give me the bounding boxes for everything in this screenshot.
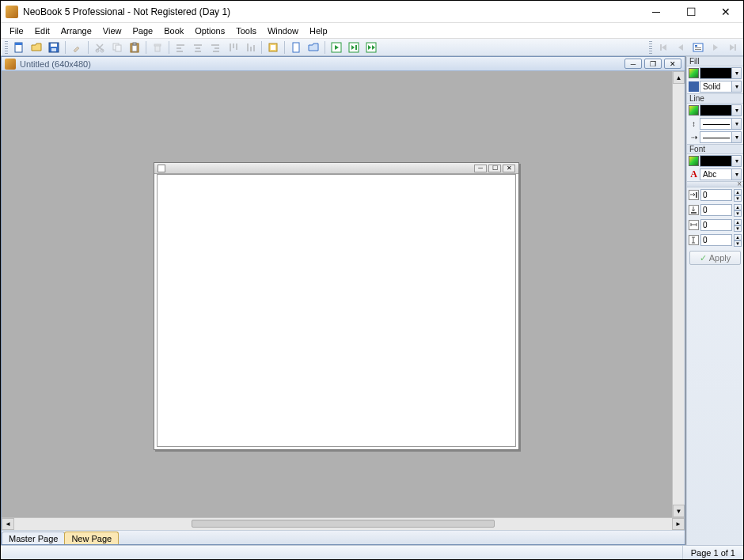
line-end-combo[interactable]: ▾: [700, 131, 742, 143]
menu-arrange[interactable]: Arrange: [55, 25, 97, 37]
run-icon[interactable]: [328, 40, 344, 55]
nav-next-icon: [708, 40, 723, 55]
page-open-icon[interactable]: [306, 40, 321, 55]
menu-page[interactable]: Page: [127, 25, 159, 37]
scroll-up-icon[interactable]: ▲: [673, 71, 685, 84]
run-page-icon[interactable]: [346, 40, 362, 55]
page-preview-body[interactable]: [157, 174, 516, 447]
scroll-left-icon[interactable]: ◄: [2, 518, 14, 530]
fill-color-swatch[interactable]: [689, 68, 699, 78]
work-area: Untitled (640x480) ─ ❐ ✕ ─ ☐: [1, 56, 686, 545]
document-icon: [5, 59, 16, 70]
horizontal-scrollbar[interactable]: ◄ ►: [2, 517, 685, 530]
font-color-swatch[interactable]: [689, 156, 699, 166]
apply-button[interactable]: ✓Apply: [689, 251, 741, 265]
svg-rect-30: [271, 45, 275, 50]
svg-rect-16: [177, 51, 183, 52]
svg-rect-10: [132, 45, 137, 51]
vertical-scrollbar[interactable]: ▲ ▼: [672, 71, 685, 517]
brush-icon: [69, 40, 85, 55]
pos-x-spinner[interactable]: ▲▼: [734, 189, 742, 201]
close-button[interactable]: ✕: [708, 1, 743, 22]
line-color-swatch[interactable]: [689, 105, 699, 115]
pos-x-icon: [689, 190, 699, 200]
height-spinner[interactable]: ▲▼: [734, 234, 742, 246]
pos-y-input[interactable]: 0: [700, 204, 732, 216]
svg-rect-20: [211, 44, 219, 46]
svg-rect-41: [735, 44, 736, 51]
menu-edit[interactable]: Edit: [29, 25, 55, 37]
tab-new-page[interactable]: New Page: [64, 532, 119, 544]
svg-rect-18: [195, 47, 200, 49]
menu-window[interactable]: Window: [262, 25, 304, 37]
status-bar: Page 1 of 1: [1, 545, 743, 559]
svg-rect-38: [695, 45, 697, 47]
menu-bar: File Edit Arrange View Page Book Options…: [1, 23, 743, 39]
height-input[interactable]: 0: [700, 234, 732, 246]
svg-rect-36: [660, 44, 662, 51]
align-right-icon: [207, 40, 223, 55]
open-icon[interactable]: [28, 40, 44, 55]
fill-color-combo[interactable]: ▾: [700, 67, 742, 79]
page-preview-window[interactable]: ─ ☐ ✕: [154, 162, 519, 450]
app-icon: [6, 6, 18, 18]
canvas[interactable]: ─ ☐ ✕ ▲ ▼: [2, 71, 685, 517]
menu-options[interactable]: Options: [189, 25, 230, 37]
nav-goto-icon[interactable]: [690, 40, 706, 55]
svg-rect-14: [177, 44, 184, 46]
book-props-icon[interactable]: [265, 40, 281, 55]
font-combo[interactable]: Abc▾: [700, 168, 742, 180]
line-color-combo[interactable]: ▾: [700, 104, 742, 116]
fill-header: Fill: [687, 56, 743, 66]
menu-tools[interactable]: Tools: [230, 25, 262, 37]
tab-master-page[interactable]: Master Page: [2, 532, 65, 544]
side-panel: Fill ▾ Solid▾ Line ▾ ↕ ▾ ⇢ ▾ Font: [686, 56, 743, 545]
scroll-down-icon[interactable]: ▼: [673, 505, 685, 517]
run-from-icon[interactable]: [363, 40, 379, 55]
paste-icon[interactable]: [127, 40, 142, 55]
line-header: Line: [687, 93, 743, 104]
menu-help[interactable]: Help: [304, 25, 333, 37]
scroll-track[interactable]: [14, 518, 672, 530]
font-sample: Abc: [703, 170, 716, 179]
scroll-right-icon[interactable]: ►: [672, 518, 685, 530]
svg-rect-27: [250, 47, 252, 51]
nav-grip[interactable]: [649, 41, 652, 54]
menu-view[interactable]: View: [97, 25, 127, 37]
font-color-combo[interactable]: ▾: [700, 155, 742, 167]
new-icon[interactable]: [11, 40, 27, 55]
doc-minimize-button[interactable]: ─: [624, 59, 642, 69]
svg-rect-3: [51, 44, 57, 47]
app-window: NeoBook 5 Professional - Not Registered …: [0, 0, 744, 560]
svg-rect-43: [691, 212, 697, 214]
nav-first-icon: [655, 40, 671, 55]
page-preview-max[interactable]: ☐: [488, 165, 501, 172]
doc-close-button[interactable]: ✕: [664, 59, 681, 69]
page-preview-min[interactable]: ─: [474, 165, 487, 172]
document-header: Untitled (640x480) ─ ❐ ✕: [2, 57, 685, 71]
width-input[interactable]: 0: [700, 219, 732, 231]
menu-file[interactable]: File: [4, 25, 29, 37]
minimize-button[interactable]: ─: [639, 1, 674, 22]
page-preview-close[interactable]: ✕: [503, 165, 515, 172]
save-icon[interactable]: [46, 40, 62, 55]
svg-rect-42: [696, 192, 697, 198]
svg-rect-21: [214, 47, 219, 49]
fill-style-combo[interactable]: Solid▾: [700, 81, 742, 93]
width-spinner[interactable]: ▲▼: [734, 219, 742, 231]
panel-separator[interactable]: [687, 181, 743, 187]
pos-x-input[interactable]: 0: [700, 189, 732, 201]
svg-rect-34: [355, 45, 357, 50]
menu-book[interactable]: Book: [158, 25, 189, 37]
doc-restore-button[interactable]: ❐: [644, 59, 662, 69]
line-width-icon: ↕: [689, 119, 699, 129]
toolbar-grip[interactable]: [5, 41, 8, 54]
maximize-button[interactable]: ☐: [674, 1, 708, 22]
scroll-thumb[interactable]: [192, 520, 494, 528]
pos-y-spinner[interactable]: ▲▼: [734, 204, 742, 216]
document-window: Untitled (640x480) ─ ❐ ✕ ─ ☐: [1, 56, 685, 545]
page-new-icon[interactable]: [288, 40, 304, 55]
page-preview-header[interactable]: ─ ☐ ✕: [154, 163, 518, 174]
line-width-combo[interactable]: ▾: [700, 118, 742, 130]
fill-style-icon: [689, 81, 699, 92]
